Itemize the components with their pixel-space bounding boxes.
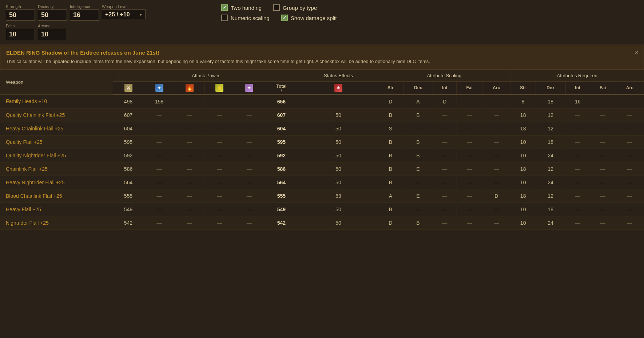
- sub-header-phys: ⚔: [113, 81, 144, 95]
- table-cell: —: [433, 176, 457, 189]
- weapon-level-select[interactable]: +25 / +10 +24 / +9 +20 / +8: [102, 9, 146, 19]
- table-cell: —: [204, 176, 234, 189]
- sub-header-light: ⚡: [204, 81, 234, 95]
- table-cell: —: [457, 189, 482, 203]
- table-cell: 50: [299, 162, 378, 176]
- holy-icon: ✦: [245, 84, 253, 92]
- table-cell: 50: [299, 135, 378, 149]
- faith-input[interactable]: [6, 29, 35, 40]
- mag-icon: ✦: [155, 84, 163, 92]
- table-cell: E: [403, 189, 433, 203]
- table-cell: 18: [510, 189, 536, 203]
- table-cell: —: [616, 122, 644, 135]
- table-cell: —: [457, 149, 482, 162]
- table-cell: 18: [510, 108, 536, 122]
- table-cell: 542: [264, 216, 299, 229]
- fire-icon: 🔥: [186, 84, 194, 92]
- table-row: Heavy Nightrider Flail +25564————56450B—…: [0, 176, 644, 189]
- weapon-level-select-wrapper: +25 / +10 +24 / +9 +20 / +8 ▼: [102, 9, 146, 19]
- intelligence-input[interactable]: [70, 9, 99, 21]
- table-cell: —: [175, 203, 204, 216]
- table-cell: —: [234, 216, 264, 229]
- table-cell: —: [616, 135, 644, 149]
- table-cell: D: [378, 95, 403, 109]
- table-cell: —: [175, 108, 204, 122]
- table-cell: 50: [299, 108, 378, 122]
- table-cell: —: [590, 95, 616, 109]
- table-cell: 24: [536, 216, 565, 229]
- strength-input[interactable]: [6, 9, 35, 21]
- banner: ELDEN RING Shadow of the Erdtree release…: [0, 45, 644, 70]
- two-handing-checkbox-item[interactable]: Two handing: [221, 4, 262, 11]
- table-cell: —: [482, 122, 510, 135]
- table-cell: 12: [536, 162, 565, 176]
- table-cell: —: [616, 189, 644, 203]
- table-cell: 564: [113, 176, 144, 189]
- numeric-scaling-checkbox-item[interactable]: Numeric scaling: [221, 15, 270, 21]
- table-cell: 18: [510, 162, 536, 176]
- table-body: Family Heads +10498158———656—DAD——81816—…: [0, 95, 644, 230]
- table-cell: —: [403, 176, 433, 189]
- show-damage-split-checkbox-item[interactable]: Show damage split: [281, 15, 337, 21]
- table-cell: —: [565, 149, 590, 162]
- checkboxes-area: Two handing Group by type Numeric scalin…: [214, 4, 337, 21]
- table-cell: —: [565, 189, 590, 203]
- table-cell: 604: [113, 122, 144, 135]
- table-cell: —: [299, 95, 378, 109]
- table-cell: —: [144, 203, 175, 216]
- table-cell: Quality Nightrider Flail +25: [0, 149, 113, 162]
- dexterity-group: Dexterity: [38, 4, 67, 21]
- dexterity-input[interactable]: [38, 9, 67, 21]
- numeric-scaling-checkbox[interactable]: [221, 15, 228, 21]
- table-cell: —: [565, 216, 590, 229]
- table-cell: —: [590, 176, 616, 189]
- banner-title-rest: releases on June 21st!: [99, 50, 159, 56]
- table-cell: B: [403, 108, 433, 122]
- show-damage-split-checkbox[interactable]: [281, 15, 288, 21]
- table-cell: —: [204, 95, 234, 109]
- table-cell: —: [175, 95, 204, 109]
- group-by-type-checkbox[interactable]: [273, 4, 280, 11]
- table-cell: 549: [264, 203, 299, 216]
- table-cell: —: [204, 216, 234, 229]
- table-cell: —: [565, 162, 590, 176]
- table-cell: 592: [113, 149, 144, 162]
- banner-title-plain: ELDEN RING: [6, 50, 41, 56]
- table-cell: Nightrider Flail +25: [0, 216, 113, 229]
- sub-header-total[interactable]: Total ▼: [264, 81, 299, 95]
- sub-header-dex-req: Dex: [536, 81, 565, 95]
- banner-title-highlight: Shadow of the Erdtree: [41, 50, 99, 56]
- table-cell: Heavy Chainlink Flail +25: [0, 122, 113, 135]
- table-cell: —: [565, 203, 590, 216]
- table-cell: B: [378, 203, 403, 216]
- table-cell: —: [590, 216, 616, 229]
- strength-group: Strength: [6, 4, 35, 21]
- table-cell: B: [378, 162, 403, 176]
- table-cell: Heavy Flail +25: [0, 203, 113, 216]
- table-cell: —: [144, 162, 175, 176]
- total-sort-button[interactable]: Total ▼: [266, 84, 296, 92]
- table-cell: 656: [264, 95, 299, 109]
- banner-close-button[interactable]: ×: [635, 49, 639, 56]
- table-container: Weapon Attack Power Status Effects Attri…: [0, 70, 644, 230]
- table-cell: D: [433, 95, 457, 109]
- arcane-input[interactable]: [38, 29, 67, 40]
- table-cell: B: [378, 149, 403, 162]
- table-cell: 607: [264, 108, 299, 122]
- sub-header-arc-scaling: Arc: [482, 81, 510, 95]
- table-row: Quality Flail +25595————59550BB———1018——…: [0, 135, 644, 149]
- sub-header-status: ❄: [299, 81, 378, 95]
- table-cell: —: [144, 135, 175, 149]
- faith-group: Faith: [6, 24, 35, 40]
- table-cell: 595: [264, 135, 299, 149]
- sub-header-str-req: Str: [510, 81, 536, 95]
- table-cell: B: [378, 176, 403, 189]
- table-cell: 50: [299, 203, 378, 216]
- table-cell: —: [144, 149, 175, 162]
- dexterity-label: Dexterity: [38, 4, 67, 9]
- table-cell: Family Heads +10: [0, 95, 113, 109]
- table-cell: —: [234, 95, 264, 109]
- two-handing-checkbox[interactable]: [221, 4, 228, 11]
- group-by-type-checkbox-item[interactable]: Group by type: [273, 4, 317, 11]
- table-cell: —: [590, 149, 616, 162]
